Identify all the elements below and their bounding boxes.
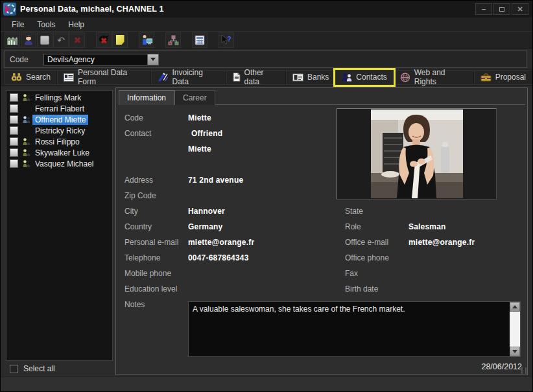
scroll-up-button[interactable] (510, 302, 520, 312)
person-computer-icon[interactable] (139, 32, 154, 48)
notes-field-label: Notes (124, 300, 145, 309)
select-all-checkbox[interactable] (10, 365, 18, 373)
personal-email-field-value: miette@orange.fr (188, 238, 254, 247)
svg-text:?: ? (227, 35, 231, 43)
list-item[interactable]: Pistricky Ricky (6, 125, 112, 136)
tab-contacts[interactable]: Contacts (335, 70, 393, 85)
row-checkbox[interactable] (10, 148, 18, 157)
tab-career[interactable]: Career (174, 90, 215, 105)
window-title: Personal Data, michael, CHANNEL 1 (20, 5, 164, 14)
detail-panel: Information Career Code Miette Contact O… (115, 87, 528, 375)
code-field-value: Miette (188, 113, 211, 122)
role-field-label: Role (345, 222, 361, 231)
resize-grip[interactable] (521, 367, 527, 374)
row-checkbox[interactable] (10, 159, 18, 168)
menu-tools[interactable]: Tools (31, 19, 61, 30)
blackbird-delete-icon[interactable]: ✖ (96, 32, 112, 48)
list-item-name[interactable]: Skywalker Luke (32, 148, 92, 158)
person-mini-icon (22, 137, 31, 146)
tab-banks[interactable]: Banks (286, 70, 335, 85)
contact-photo-frame (337, 108, 497, 200)
role-field-value: Salesman (409, 222, 446, 231)
address-field-label: Address (124, 176, 153, 185)
yellow-note-icon[interactable] (112, 32, 128, 48)
maximize-button[interactable] (493, 3, 510, 15)
toolbar: ↶ ✖ ✖ ? (1, 32, 532, 49)
list-item-name[interactable]: Fellings Mark (32, 93, 84, 103)
country-field-label: Country (124, 222, 152, 231)
list-item[interactable]: Vasquez Michael (6, 158, 112, 169)
dropdown-arrow-button[interactable] (147, 54, 158, 65)
list-item-name[interactable]: Rossi Filippo (32, 137, 82, 147)
list-item[interactable]: Fellings Mark (6, 92, 112, 103)
code-filter-row: Code DevilsAgency (4, 51, 527, 68)
notes-scrollbar[interactable] (510, 302, 520, 356)
list-item[interactable]: Ferrari Flabert (6, 103, 112, 114)
tab-search[interactable]: Search (5, 70, 57, 85)
list-item-name[interactable]: Ferrari Flabert (32, 104, 87, 114)
undo-icon[interactable]: ↶ (53, 32, 69, 48)
minimize-button[interactable]: – (475, 3, 492, 15)
person-mini-icon (22, 93, 31, 102)
bank-card-icon (292, 73, 303, 82)
city-field-value: Hannover (188, 207, 225, 216)
row-checkbox[interactable] (10, 126, 18, 135)
close-button[interactable]: ✕ (512, 3, 528, 15)
toolbox-icon (480, 73, 492, 82)
list-item[interactable]: Rossi Filippo (6, 136, 112, 147)
detail-tab-bar: Information Career (119, 90, 525, 105)
code-field-label: Code (124, 113, 143, 122)
form-card-icon (64, 73, 74, 82)
calculator-grid-icon[interactable] (192, 32, 207, 48)
row-checkbox[interactable] (10, 137, 18, 146)
app-logo-icon (3, 3, 16, 16)
pen-icon (158, 73, 168, 82)
contact-field-label: Contact (124, 129, 151, 138)
list-item-name[interactable]: Pistricky Ricky (32, 126, 88, 136)
menu-help[interactable]: Help (62, 19, 90, 30)
row-checkbox[interactable] (10, 115, 18, 124)
tab-proposal-label: Proposal (495, 73, 526, 82)
list-item-name[interactable]: Offriend Miette (32, 115, 88, 125)
list-item-selected[interactable]: Offriend Miette (6, 114, 112, 125)
list-item-name[interactable]: Vasquez Michael (32, 159, 97, 169)
code-label: Code (10, 55, 43, 64)
tab-other-data[interactable]: Other data (226, 70, 286, 85)
tab-web-and-rights-label: Web and Rights (414, 68, 468, 86)
personal-email-field-label: Personal e-mail (124, 238, 178, 247)
chevron-down-icon (150, 58, 156, 61)
fax-field-label: Fax (345, 269, 358, 278)
org-chart-icon[interactable] (165, 32, 181, 48)
mobile-field-label: Mobile phone (124, 269, 171, 278)
person-mini-icon (22, 159, 31, 168)
nav-tab-bar: Search Personal Data Form Invoicing Data… (1, 69, 532, 86)
person-mini-icon (22, 148, 31, 157)
arrow-up-icon (512, 305, 517, 308)
help-pointer-icon[interactable]: ? (219, 32, 234, 48)
person-mini-icon (22, 115, 31, 124)
scroll-down-button[interactable] (510, 347, 520, 356)
row-checkbox[interactable] (10, 104, 18, 113)
notes-textarea[interactable]: A valuable saleswoman, she takes care of… (188, 301, 521, 357)
menu-file[interactable]: File (6, 19, 30, 30)
code-dropdown-value: DevilsAgency (44, 55, 147, 64)
office-email-field-label: Office e-mail (345, 238, 388, 247)
title-bar: Personal Data, michael, CHANNEL 1 – ✕ (1, 1, 532, 17)
tab-information[interactable]: Information (119, 90, 174, 105)
list-item[interactable]: Skywalker Luke (6, 147, 112, 158)
row-checkbox[interactable] (10, 93, 18, 102)
tab-personal-data-form[interactable]: Personal Data Form (57, 70, 151, 85)
tab-other-data-label: Other data (244, 68, 279, 86)
people-icon (342, 73, 352, 82)
delete-icon[interactable]: ✖ (69, 32, 85, 48)
stats-building-icon[interactable] (5, 32, 20, 48)
code-dropdown[interactable]: DevilsAgency (43, 54, 159, 65)
address-field-value: 71 2nd avenue (188, 176, 243, 185)
user-profile-icon[interactable] (21, 32, 36, 48)
zip-field-label: Zip Code (124, 191, 156, 200)
svg-text:✖: ✖ (101, 36, 107, 45)
tab-web-and-rights[interactable]: Web and Rights (394, 70, 474, 85)
tab-proposal[interactable]: Proposal (474, 70, 532, 85)
tab-invoicing-data[interactable]: Invoicing Data (151, 70, 226, 85)
blank-square-icon[interactable] (37, 32, 53, 48)
